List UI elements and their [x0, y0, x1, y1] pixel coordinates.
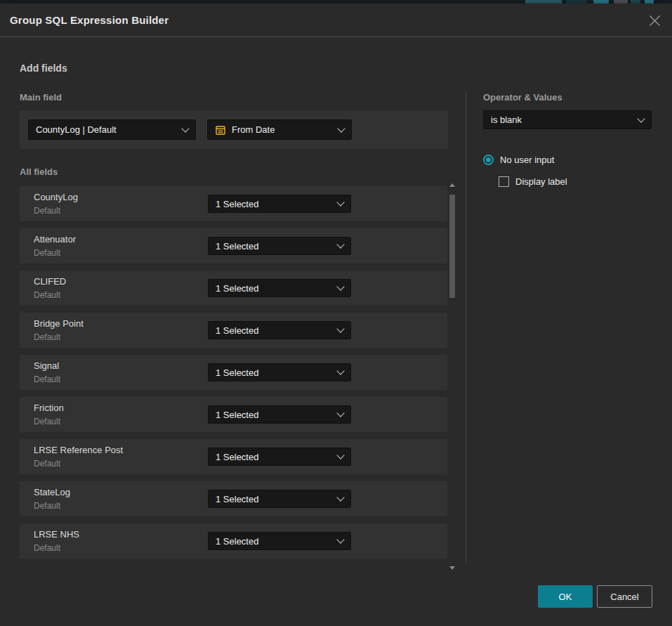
checkbox-unchecked-icon [499, 176, 509, 187]
field-name: CountyLog [34, 192, 78, 202]
scroll-down-arrow-icon[interactable] [449, 566, 455, 570]
cancel-button[interactable]: Cancel [597, 585, 652, 608]
field-selected-dropdown[interactable]: 1 Selected [208, 279, 351, 297]
chevron-down-icon [336, 451, 344, 459]
chevron-down-icon [337, 124, 345, 132]
field-name: Bridge Point [34, 318, 84, 329]
add-fields-heading: Add fields [20, 63, 67, 74]
main-field-field-select[interactable]: From Date [207, 119, 352, 140]
chevron-down-icon [336, 198, 344, 206]
operator-select[interactable]: is blank [483, 110, 652, 129]
scroll-up-arrow-icon[interactable] [449, 183, 455, 187]
main-field-panel: CountyLog | Default From Date [20, 111, 448, 149]
field-selected-dropdown[interactable]: 1 Selected [208, 405, 351, 424]
dialog-titlebar: Group SQL Expression Builder [0, 4, 672, 37]
field-selected-value: 1 Selected [216, 410, 338, 420]
field-selected-value: 1 Selected [216, 283, 338, 294]
display-label-label: Display label [515, 176, 567, 187]
field-selected-dropdown[interactable]: 1 Selected [208, 532, 351, 550]
field-row: CountyLog Default 1 Selected [20, 186, 447, 221]
field-subtitle: Default [34, 374, 60, 384]
main-field-field-select-value: From Date [232, 124, 338, 135]
panel-divider [466, 91, 466, 563]
ok-button[interactable]: OK [538, 585, 593, 608]
field-subtitle: Default [34, 543, 60, 553]
field-selected-value: 1 Selected [216, 199, 338, 209]
field-subtitle: Default [34, 417, 60, 426]
field-row: Signal Default 1 Selected [20, 355, 447, 390]
field-selected-dropdown[interactable]: 1 Selected [208, 237, 351, 255]
all-fields-label: All fields [20, 167, 58, 177]
main-field-label: Main field [20, 92, 62, 103]
field-selected-value: 1 Selected [216, 325, 338, 336]
chevron-down-icon [336, 367, 344, 374]
field-subtitle: Default [34, 206, 60, 216]
field-selected-dropdown[interactable]: 1 Selected [208, 363, 351, 382]
field-name: Friction [34, 403, 64, 413]
group-sql-expression-builder-dialog: Group SQL Expression Builder Add fields … [0, 4, 672, 626]
no-user-input-radio[interactable]: No user input [483, 155, 554, 165]
scrollbar-thumb[interactable] [449, 195, 455, 298]
main-field-layer-select-value: CountyLog | Default [36, 124, 183, 135]
list-scrollbar[interactable] [447, 179, 458, 573]
field-selected-dropdown[interactable]: 1 Selected [208, 321, 351, 339]
field-selected-value: 1 Selected [216, 241, 338, 252]
field-row: CLIFED Default 1 Selected [20, 270, 447, 306]
operator-select-value: is blank [491, 115, 638, 125]
dialog-title: Group SQL Expression Builder [10, 14, 169, 26]
chevron-down-icon [336, 282, 344, 290]
chevron-down-icon [637, 115, 645, 122]
no-user-input-label: No user input [500, 155, 554, 165]
field-selected-value: 1 Selected [216, 367, 338, 378]
field-row: LRSE NHS Default 1 Selected [20, 523, 447, 559]
main-field-layer-select[interactable]: CountyLog | Default [28, 119, 196, 140]
field-row: Friction Default 1 Selected [20, 397, 447, 432]
chevron-down-icon [336, 409, 344, 417]
all-fields-list: CountyLog Default 1 Selected Attenuator … [20, 186, 447, 566]
field-subtitle: Default [34, 332, 60, 342]
close-button[interactable] [646, 12, 663, 29]
field-name: CLIFED [34, 276, 66, 287]
operator-values-heading: Operator & Values [483, 92, 562, 103]
field-row: StateLog Default 1 Selected [20, 481, 447, 516]
chevron-down-icon [181, 124, 189, 132]
field-subtitle: Default [34, 501, 60, 511]
chevron-down-icon [336, 325, 344, 332]
chevron-down-icon [336, 240, 344, 248]
field-name: Signal [34, 360, 59, 371]
field-row: Attenuator Default 1 Selected [20, 228, 447, 263]
radio-selected-icon [483, 155, 494, 165]
calendar-icon [215, 124, 226, 136]
field-name: LRSE NHS [34, 529, 79, 540]
field-selected-dropdown[interactable]: 1 Selected [208, 490, 351, 508]
field-selected-dropdown[interactable]: 1 Selected [208, 195, 351, 213]
close-icon [649, 15, 661, 27]
display-label-checkbox[interactable]: Display label [499, 176, 567, 187]
field-name: LRSE Reference Post [34, 445, 123, 455]
field-selected-value: 1 Selected [216, 494, 338, 504]
chevron-down-icon [336, 493, 344, 501]
field-selected-value: 1 Selected [216, 536, 338, 547]
field-name: StateLog [34, 487, 70, 497]
field-row: LRSE Reference Post Default 1 Selected [20, 439, 447, 474]
field-selected-value: 1 Selected [216, 452, 338, 462]
field-subtitle: Default [34, 290, 60, 300]
field-name: Attenuator [34, 234, 76, 244]
field-selected-dropdown[interactable]: 1 Selected [208, 448, 351, 466]
field-subtitle: Default [34, 248, 60, 258]
field-subtitle: Default [34, 459, 60, 469]
field-row: Bridge Point Default 1 Selected [20, 313, 447, 348]
chevron-down-icon [336, 535, 344, 543]
